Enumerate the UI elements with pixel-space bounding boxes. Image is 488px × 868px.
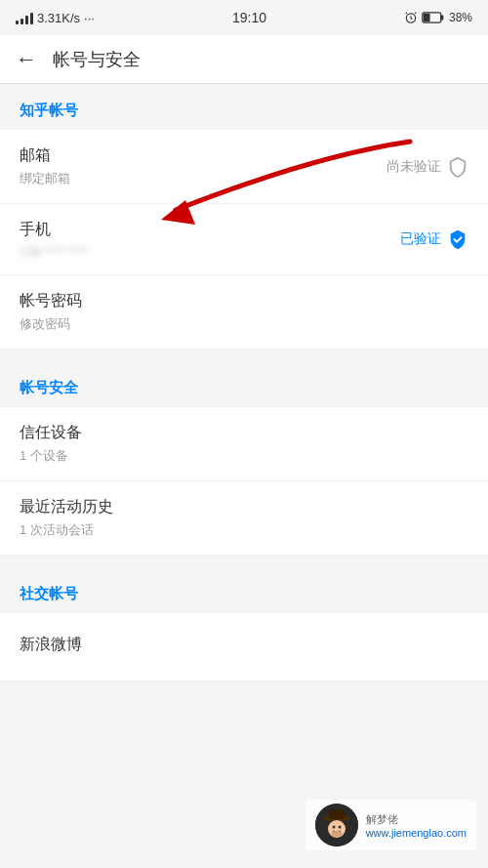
page-title: 帐号与安全 [53, 48, 141, 71]
svg-rect-3 [424, 14, 430, 22]
svg-point-11 [331, 831, 343, 837]
battery-icon [422, 11, 445, 24]
phone-item-left: 手机 138 **** **** [20, 220, 87, 259]
email-item-right: 尚未验证 [386, 156, 468, 178]
section-header-social: 社交帐号 [0, 567, 488, 613]
svg-rect-7 [329, 809, 345, 819]
status-bar: 3.31K/s ··· 19:10 38% [0, 0, 488, 35]
section-header-security: 帐号安全 [0, 361, 488, 407]
password-subtitle: 修改密码 [20, 315, 82, 333]
network-speed: 3.31K/s [37, 11, 80, 25]
activity-history-item[interactable]: 最近活动历史 1 次活动会话 [0, 481, 488, 556]
status-time: 19:10 [232, 10, 266, 25]
svg-rect-2 [441, 15, 444, 20]
battery-percent: 38% [449, 11, 472, 24]
svg-point-10 [338, 826, 341, 829]
email-status: 尚未验证 [386, 158, 441, 176]
watermark: 解梦佬 www.jiemenglao.com [305, 800, 476, 850]
status-right: 38% [404, 11, 472, 24]
activity-history-subtitle: 1 次活动会话 [20, 521, 113, 539]
avatar-icon [315, 804, 358, 847]
alarm-icon [404, 11, 418, 24]
password-item-left: 帐号密码 修改密码 [20, 291, 82, 333]
svg-point-9 [332, 826, 335, 829]
weibo-title: 新浪微博 [20, 635, 82, 655]
phone-title: 手机 [20, 220, 87, 240]
section-header-zhihu: 知乎帐号 [0, 84, 488, 130]
shield-icon [447, 156, 468, 178]
content-area: 知乎帐号 邮箱 绑定邮箱 尚未验证 手机 138 **** **** 已验证 [0, 84, 488, 868]
phone-item-right: 已验证 [400, 228, 468, 250]
toolbar: ← 帐号与安全 [0, 35, 488, 84]
phone-item[interactable]: 手机 138 **** **** 已验证 [0, 204, 488, 275]
weibo-left: 新浪微博 [20, 635, 82, 659]
email-title: 邮箱 [20, 145, 70, 166]
email-item[interactable]: 邮箱 绑定邮箱 尚未验证 [0, 130, 488, 204]
watermark-avatar [315, 804, 358, 847]
weibo-item[interactable]: 新浪微博 [0, 613, 488, 682]
email-subtitle: 绑定邮箱 [20, 170, 70, 187]
ellipsis: ··· [84, 11, 95, 25]
phone-status: 已验证 [400, 230, 441, 248]
trusted-devices-title: 信任设备 [20, 423, 82, 443]
status-left: 3.31K/s ··· [16, 11, 95, 25]
password-item[interactable]: 帐号密码 修改密码 [0, 275, 488, 350]
watermark-label: 解梦佬 [366, 812, 467, 827]
activity-history-left: 最近活动历史 1 次活动会话 [20, 497, 113, 539]
password-title: 帐号密码 [20, 291, 82, 311]
phone-subtitle: 138 **** **** [20, 244, 87, 259]
trusted-devices-item[interactable]: 信任设备 1 个设备 [0, 407, 488, 481]
watermark-site: www.jiemenglao.com [366, 827, 467, 839]
signal-bars [16, 11, 33, 24]
watermark-info: 解梦佬 www.jiemenglao.com [366, 812, 467, 839]
back-button[interactable]: ← [16, 47, 37, 72]
trusted-devices-left: 信任设备 1 个设备 [20, 423, 82, 465]
email-item-left: 邮箱 绑定邮箱 [20, 145, 70, 187]
check-shield-icon [447, 228, 468, 250]
trusted-devices-subtitle: 1 个设备 [20, 447, 82, 465]
activity-history-title: 最近活动历史 [20, 497, 113, 517]
